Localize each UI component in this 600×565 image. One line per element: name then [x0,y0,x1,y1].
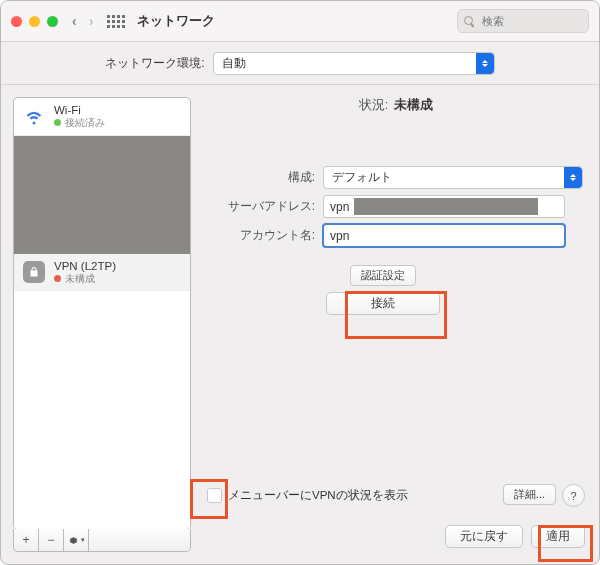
window-controls [11,16,58,27]
status-dot-icon [54,275,61,282]
server-value: vpn [330,200,349,214]
status-dot-icon [54,119,61,126]
server-label: サーバアドレス: [207,198,315,215]
service-item-vpn[interactable]: VPN (L2TP) 未構成 [14,254,190,292]
config-popup[interactable]: デフォルト [323,166,583,189]
titlebar: ‹ › ネットワーク [1,1,599,42]
chevron-down-icon: ▾ [81,536,85,544]
status-value: 未構成 [394,97,433,114]
service-name: Wi-Fi [54,104,105,117]
config-row: 構成: デフォルト [207,166,585,189]
location-label: ネットワーク環境: [105,55,204,72]
search-field-wrap[interactable] [457,9,589,33]
right-buttons: 詳細... ? [503,484,585,507]
gear-icon [68,535,79,546]
nav-arrows: ‹ › [72,13,93,29]
account-label: アカウント名: [207,227,315,244]
menubar-checkbox-label: メニューバーにVPNの状況を表示 [228,488,408,503]
service-text: Wi-Fi 接続済み [54,104,105,129]
service-options-button[interactable]: ▾ [64,529,89,551]
redacted-text [354,198,538,215]
back-button[interactable]: ‹ [72,13,77,29]
add-service-button[interactable]: + [14,529,39,551]
service-status: 接続済み [54,117,105,129]
auth-connect-group: 認証設定 接続 [323,265,443,315]
detail-bottom: メニューバーにVPNの状況を表示 詳細... ? 元に戻す 適用 [207,484,585,552]
zoom-icon[interactable] [47,16,58,27]
close-icon[interactable] [11,16,22,27]
account-row: アカウント名: vpn [207,224,585,247]
service-list-empty [14,291,190,529]
search-icon [464,16,475,27]
server-field[interactable]: vpn [323,195,565,218]
account-field[interactable]: vpn [323,224,565,247]
menubar-row: メニューバーにVPNの状況を表示 詳細... ? [207,484,585,507]
location-value: 自動 [222,55,246,72]
list-toolbar: + − ▾ [13,529,191,552]
location-row: ネットワーク環境: 自動 [1,42,599,85]
status-label: 状況: [359,97,388,114]
auth-settings-button[interactable]: 認証設定 [350,265,416,286]
apply-button[interactable]: 適用 [531,525,585,548]
wifi-icon [22,104,46,128]
server-row: サーバアドレス: vpn [207,195,585,218]
minimize-icon[interactable] [29,16,40,27]
form: 構成: デフォルト サーバアドレス: vpn アカウント名: [207,166,585,247]
detail-pane: 状況: 未構成 構成: デフォルト サーバアドレス: vpn [201,85,599,564]
help-button[interactable]: ? [562,484,585,507]
network-prefs-window: ‹ › ネットワーク ネットワーク環境: 自動 [0,0,600,565]
service-name: VPN (L2TP) [54,260,116,273]
service-list: Wi-Fi 接続済み VPN (L2TP) [13,97,191,530]
popup-arrows-icon [564,167,582,188]
account-value: vpn [330,229,349,243]
redacted-services [14,136,190,254]
config-value: デフォルト [332,169,392,186]
actions-row: 元に戻す 適用 [207,525,585,552]
remove-service-button[interactable]: − [39,529,64,551]
popup-arrows-icon [476,53,494,74]
forward-button[interactable]: › [89,13,94,29]
config-label: 構成: [207,169,315,186]
lock-icon [22,260,46,284]
service-text: VPN (L2TP) 未構成 [54,260,116,285]
advanced-button[interactable]: 詳細... [503,484,556,505]
body: Wi-Fi 接続済み VPN (L2TP) [1,85,599,564]
sidebar: Wi-Fi 接続済み VPN (L2TP) [1,85,201,564]
status-row: 状況: 未構成 [207,97,585,114]
location-popup[interactable]: 自動 [213,52,495,75]
window-title: ネットワーク [137,12,215,30]
menubar-checkbox[interactable] [207,488,222,503]
search-input[interactable] [480,14,582,28]
connect-button[interactable]: 接続 [326,292,440,315]
service-status: 未構成 [54,273,116,285]
grid-icon[interactable] [107,15,125,28]
revert-button[interactable]: 元に戻す [445,525,523,548]
service-item-wifi[interactable]: Wi-Fi 接続済み [14,98,190,136]
